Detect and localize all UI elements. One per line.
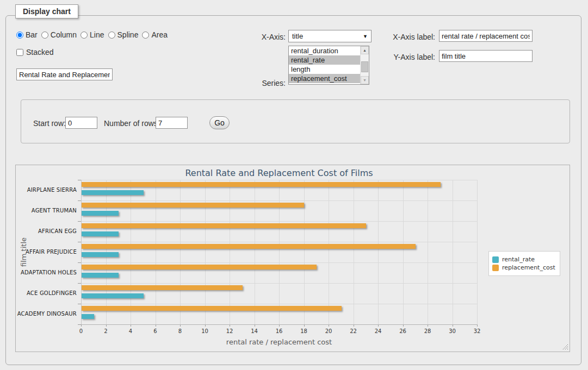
gridline-vertical bbox=[453, 180, 453, 324]
scroll-down-icon[interactable]: ▼ bbox=[361, 76, 369, 84]
resize-handle-icon[interactable] bbox=[562, 344, 568, 350]
x-tick-label: 10 bbox=[197, 328, 213, 334]
legend-label: replacement_cost bbox=[502, 264, 555, 271]
go-button[interactable]: Go bbox=[209, 116, 230, 129]
legend-swatch-icon bbox=[492, 265, 499, 271]
y-axis-label-caption: Y-Axis label: bbox=[374, 53, 435, 61]
x-axis-label-input[interactable] bbox=[439, 30, 533, 42]
num-rows-label: Number of rows: bbox=[104, 119, 160, 128]
chart-type-option-spline[interactable]: Spline bbox=[108, 30, 139, 39]
gridline-horizontal bbox=[81, 221, 477, 222]
chart-panel: Rental Rate and Replacement Cost of Film… bbox=[15, 165, 570, 352]
chart-type-radio-line[interactable] bbox=[81, 32, 88, 39]
chart-type-radio-area[interactable] bbox=[142, 32, 149, 39]
gridline-horizontal bbox=[81, 180, 477, 180]
x-tick-label: 26 bbox=[395, 328, 411, 334]
legend-item-rental_rate[interactable]: rental_rate bbox=[492, 256, 555, 263]
chart-title-input[interactable] bbox=[16, 68, 113, 80]
gridline-vertical bbox=[477, 180, 478, 324]
bar-replacement_cost bbox=[82, 265, 317, 269]
category-label: ADAPTATION HOLES bbox=[16, 269, 77, 275]
scroll-up-icon[interactable]: ▲ bbox=[361, 46, 369, 54]
series-label: Series: bbox=[234, 79, 286, 87]
legend-label: rental_rate bbox=[502, 256, 535, 263]
x-tick-label: 16 bbox=[271, 328, 287, 334]
gridline-horizontal bbox=[81, 262, 477, 263]
chart-type-text: Column bbox=[51, 30, 77, 39]
x-tick-label: 20 bbox=[320, 328, 337, 334]
series-option-rental_duration[interactable]: rental_duration bbox=[289, 46, 360, 55]
series-scrollbar[interactable]: ▲ ▼ bbox=[360, 46, 369, 84]
category-label: AGENT TRUMAN bbox=[16, 208, 77, 214]
bar-replacement_cost bbox=[82, 182, 441, 187]
chart-type-option-bar[interactable]: Bar bbox=[16, 30, 38, 39]
x-tick-label: 24 bbox=[370, 328, 386, 334]
series-option-rental_rate[interactable]: rental_rate bbox=[289, 55, 360, 65]
series-listbox[interactable]: rental_durationrental_ratelengthreplacem… bbox=[288, 46, 369, 85]
x-axis-select[interactable]: title ▼ bbox=[288, 30, 372, 42]
stacked-row: Stacked bbox=[16, 48, 54, 57]
bar-rental_rate bbox=[82, 211, 119, 216]
gridline-horizontal bbox=[81, 283, 477, 284]
x-axis-selected-value: title bbox=[292, 32, 303, 40]
x-tick-label: 6 bbox=[147, 328, 164, 334]
gridline-vertical bbox=[279, 180, 280, 324]
bar-replacement_cost bbox=[82, 244, 416, 249]
gridline-vertical bbox=[329, 180, 329, 324]
chart-type-option-area[interactable]: Area bbox=[142, 30, 168, 39]
dropdown-arrow-icon: ▼ bbox=[363, 34, 368, 39]
bar-rental_rate bbox=[82, 252, 119, 257]
x-axis-select-label: X-Axis: bbox=[234, 33, 286, 41]
gridline-vertical bbox=[378, 180, 379, 324]
chart-type-option-line[interactable]: Line bbox=[81, 30, 104, 39]
gridline-vertical bbox=[180, 180, 181, 324]
num-rows-input[interactable] bbox=[156, 117, 188, 129]
series-option-replacement_cost[interactable]: replacement_cost bbox=[289, 74, 360, 83]
bar-replacement_cost bbox=[82, 203, 304, 208]
bar-rental_rate bbox=[82, 231, 119, 236]
x-axis-title: rental rate / replacement cost bbox=[81, 338, 477, 346]
x-axis-label-caption: X-Axis label: bbox=[374, 33, 435, 41]
chart-legend: rental_ratereplacement_cost bbox=[488, 251, 560, 276]
legend-swatch-icon bbox=[492, 256, 499, 263]
fieldset-title: Display chart bbox=[15, 4, 78, 18]
x-tick-label: 0 bbox=[73, 328, 89, 334]
gridline-horizontal bbox=[81, 242, 477, 242]
series-options: rental_durationrental_ratelengthreplacem… bbox=[289, 46, 360, 84]
series-option-length[interactable]: length bbox=[289, 65, 360, 74]
gridline-vertical bbox=[304, 180, 305, 324]
x-tick-label: 14 bbox=[246, 328, 263, 334]
bar-replacement_cost bbox=[82, 306, 342, 311]
x-tick-label: 32 bbox=[469, 328, 485, 334]
scrollbar-thumb[interactable] bbox=[361, 61, 368, 72]
chart-type-radio-column[interactable] bbox=[41, 32, 48, 39]
category-label: ACADEMY DINOSAUR bbox=[16, 311, 77, 317]
chart-type-text: Area bbox=[151, 30, 168, 39]
gridline-vertical bbox=[403, 180, 404, 324]
start-row-input[interactable] bbox=[65, 117, 97, 129]
bar-rental_rate bbox=[82, 293, 144, 298]
chart-type-option-column[interactable]: Column bbox=[41, 30, 77, 39]
bar-rental_rate bbox=[82, 273, 119, 278]
bar-rental_rate bbox=[82, 190, 144, 195]
gridline-horizontal bbox=[81, 304, 477, 304]
chart-type-radio-bar[interactable] bbox=[16, 32, 23, 39]
gridline-vertical bbox=[205, 180, 206, 324]
gridline-vertical bbox=[255, 180, 255, 324]
x-tick-label: 18 bbox=[296, 328, 312, 334]
row-range-panel: Start row: Number of rows: Go bbox=[21, 99, 570, 143]
bar-replacement_cost bbox=[82, 223, 366, 228]
chart-type-group: BarColumnLineSplineArea bbox=[16, 30, 171, 39]
stacked-checkbox[interactable] bbox=[16, 49, 23, 56]
chart-type-radio-spline[interactable] bbox=[108, 32, 115, 39]
x-axis-line bbox=[81, 324, 478, 325]
x-tick-label: 2 bbox=[98, 328, 114, 334]
legend-item-replacement_cost[interactable]: replacement_cost bbox=[492, 264, 555, 271]
gridline-vertical bbox=[428, 180, 428, 324]
x-tick-label: 4 bbox=[122, 328, 139, 334]
row-range-inner: Start row: Number of rows: Go bbox=[33, 115, 555, 131]
y-axis-label-input[interactable] bbox=[439, 50, 533, 62]
gridline-vertical bbox=[354, 180, 354, 324]
chart-type-text: Line bbox=[90, 30, 104, 39]
gridline-vertical bbox=[131, 180, 131, 324]
